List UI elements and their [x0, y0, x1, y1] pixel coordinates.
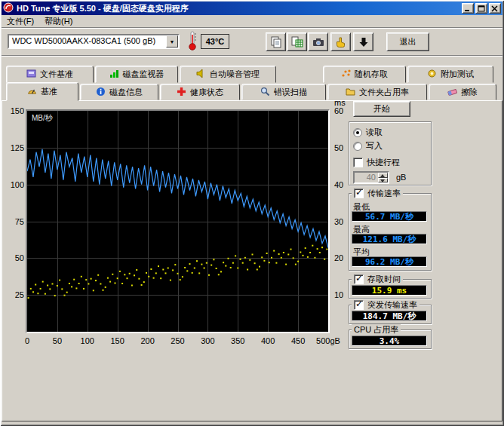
x-tick: 400 — [253, 336, 283, 345]
short-stroke-label: 快捷行程 — [367, 157, 400, 168]
tab-label: 基准 — [41, 86, 57, 97]
tab-extra-tests[interactable]: 附加测试 — [407, 66, 493, 83]
erase-eraser-icon — [447, 87, 457, 98]
drive-selector[interactable]: WDC WD5000AAKX-083CA1 (500 gB) ▼ — [8, 34, 180, 49]
write-radio[interactable]: 写入 — [353, 140, 383, 152]
exit-button[interactable]: 退出 — [386, 32, 429, 51]
cpu-usage-label: CPU 占用率 — [352, 324, 401, 336]
tab-benchmark[interactable]: 基准 — [6, 82, 78, 101]
chart-canvas — [27, 111, 328, 332]
spinner-down-icon[interactable] — [378, 178, 388, 183]
checkbox-box — [354, 300, 364, 310]
toolbar-divider — [2, 55, 502, 57]
short-stroke-checkbox[interactable]: 快捷行程 — [353, 157, 400, 168]
max-value: 121.6 MB/秒 — [352, 234, 427, 244]
checkbox-box — [354, 274, 364, 284]
tab-disk-monitor[interactable]: 磁盘监视器 — [95, 66, 178, 83]
y-left-tick: 100 — [2, 180, 24, 189]
radio-circle — [353, 128, 362, 137]
maximize-button[interactable] — [475, 3, 487, 14]
toolbar: WDC WD5000AAKX-083CA1 (500 gB) ▼ 43°C 退出 — [2, 29, 502, 54]
tab-label: 健康状态 — [190, 87, 223, 98]
random-access-icon — [341, 69, 351, 80]
burst-rate-label: 突发传输速率 — [367, 299, 417, 311]
close-button[interactable] — [489, 3, 501, 14]
x-tick: 0 — [12, 336, 42, 345]
tab-health[interactable]: 健康状态 — [160, 84, 240, 100]
burst-rate-checkbox[interactable]: 突发传输速率 — [352, 299, 419, 311]
x-tick: 350 — [223, 336, 253, 345]
y-left-tick: 25 — [2, 290, 24, 299]
menubar: 文件(F) 帮助(H) — [2, 15, 502, 28]
short-stroke-spinner[interactable]: 40 — [353, 171, 389, 184]
minimize-button[interactable] — [462, 3, 474, 14]
copy-table-button[interactable] — [287, 32, 307, 51]
access-time-value: 15.9 ms — [352, 285, 427, 296]
options-button[interactable] — [330, 32, 351, 51]
x-tick: 100 — [72, 336, 103, 345]
tab-random-access[interactable]: 随机存取 — [323, 66, 406, 83]
tab-file-benchmark[interactable]: 文件基准 — [6, 66, 94, 83]
camera-icon — [312, 36, 324, 48]
transfer-rate-label: 传输速率 — [367, 188, 401, 199]
checkbox-box — [354, 188, 364, 198]
hdtune-window: HD Tune 专业版 5.50 - 硬盘/固态硬盘实用程序 文件(F) 帮助(… — [0, 0, 504, 426]
menu-file[interactable]: 文件(F) — [2, 15, 39, 28]
y-left-axis-label: MB/秒 — [32, 113, 53, 124]
dropdown-arrow-icon[interactable]: ▼ — [166, 35, 178, 48]
tab-label: 随机存取 — [355, 69, 388, 80]
x-tick: 300 — [192, 336, 223, 345]
screenshot-button[interactable] — [308, 32, 328, 51]
min-value: 56.7 MB/秒 — [352, 211, 427, 222]
extra-tests-icon — [427, 69, 437, 80]
tab-label: 文件夹占用率 — [359, 87, 409, 98]
tab-label: 文件基准 — [40, 69, 73, 80]
menu-help[interactable]: 帮助(H) — [39, 15, 78, 28]
drive-selector-value: WDC WD5000AAKX-083CA1 (500 gB) — [12, 36, 155, 45]
x-tick: 150 — [103, 336, 133, 345]
x-tick: 450 — [283, 336, 313, 345]
copy-table-icon — [291, 36, 303, 48]
burst-rate-value: 184.7 MB/秒 — [352, 311, 427, 321]
tab-disk-info[interactable]: 磁盘信息 — [80, 84, 158, 100]
save-button[interactable] — [353, 32, 373, 51]
tab-label: 磁盘监视器 — [123, 69, 164, 80]
window-title: HD Tune 专业版 5.50 - 硬盘/固态硬盘实用程序 — [17, 3, 189, 14]
aam-speaker-icon — [196, 69, 206, 80]
tab-aam[interactable]: 自动噪音管理 — [180, 66, 276, 83]
tab-label: 磁盘信息 — [109, 87, 143, 98]
hand-icon — [335, 36, 347, 48]
transfer-rate-checkbox[interactable]: 传输速率 — [352, 188, 403, 199]
thermometer-icon — [187, 30, 198, 53]
app-icon — [3, 2, 14, 14]
read-radio-label: 读取 — [366, 127, 383, 138]
read-radio[interactable]: 读取 — [353, 127, 383, 138]
copy-text-icon — [270, 36, 282, 48]
folder-usage-icon — [346, 87, 355, 98]
benchmark-chart: MB/秒 — [26, 109, 330, 333]
health-cross-icon — [177, 87, 186, 98]
short-stroke-unit: gB — [396, 173, 406, 182]
x-tick: 50 — [42, 336, 72, 345]
disk-info-icon — [96, 87, 106, 98]
access-time-label: 存取时间 — [367, 274, 401, 285]
titlebar[interactable]: HD Tune 专业版 5.50 - 硬盘/固态硬盘实用程序 — [2, 2, 502, 15]
x-tick: 200 — [133, 336, 163, 345]
tab-error-scan[interactable]: 错误扫描 — [241, 84, 326, 100]
y-right-tick: 50 — [334, 143, 354, 152]
disk-monitor-icon — [109, 69, 119, 80]
access-time-checkbox[interactable]: 存取时间 — [352, 274, 403, 285]
down-arrow-icon — [358, 36, 370, 48]
y-left-tick: 125 — [2, 143, 24, 152]
start-button[interactable]: 开始 — [353, 101, 410, 117]
tab-label: 错误扫描 — [274, 87, 307, 98]
y-left-tick: 150 — [2, 106, 24, 115]
radio-circle — [353, 142, 362, 151]
copy-text-button[interactable] — [266, 32, 286, 51]
benchmark-gauge-icon — [27, 86, 37, 97]
temperature-display: 43°C — [201, 34, 229, 49]
tab-label: 擦除 — [461, 87, 478, 98]
y-left-tick: 50 — [2, 253, 24, 262]
tab-erase[interactable]: 擦除 — [429, 84, 496, 100]
y-right-tick: 60 — [334, 106, 354, 115]
